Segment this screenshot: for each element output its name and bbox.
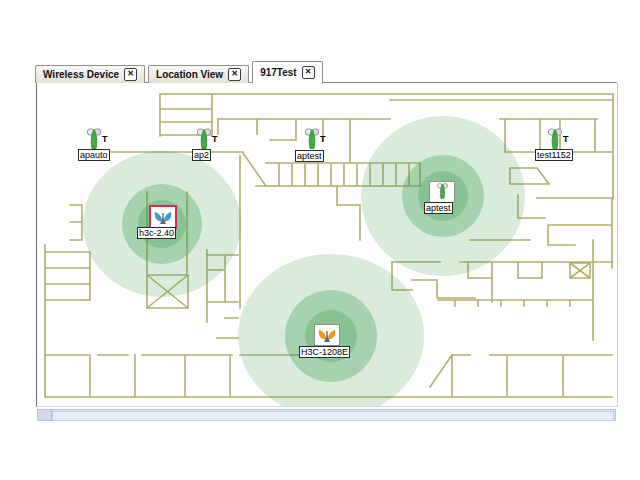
ap-device-h3c-2.40[interactable]: h3c-2.40 <box>149 205 177 229</box>
ap-label: ap2 <box>192 149 211 161</box>
ap-label: test1152 <box>535 149 573 161</box>
close-icon[interactable]: ✕ <box>302 66 315 79</box>
ap-label: H3C-1208E <box>299 346 350 358</box>
ap-box[interactable] <box>314 324 340 346</box>
scrollbar-thumb[interactable] <box>52 411 614 421</box>
tab-strip: Wireless Device✕Location View✕917Test✕ <box>35 62 617 83</box>
tabs: Wireless Device✕Location View✕917Test✕ <box>35 61 326 83</box>
ap-label: h3c-2.40 <box>137 227 176 239</box>
ap-box[interactable] <box>429 181 455 203</box>
ap-antenna-icon <box>436 182 449 202</box>
tab-label: Wireless Device <box>43 69 119 80</box>
horizontal-scrollbar[interactable] <box>37 409 616 421</box>
close-icon[interactable]: ✕ <box>124 68 137 81</box>
tab-label: 917Test <box>260 67 297 78</box>
ap-radio-icon <box>316 326 338 344</box>
ap-device-test1152[interactable]: Ttest1152 <box>547 127 563 153</box>
location-view-canvas[interactable] <box>36 83 618 407</box>
ap-device-aptest[interactable]: aptest <box>429 181 455 203</box>
ap-label: aptest <box>424 202 453 214</box>
ap-device-ap2[interactable]: Tap2 <box>196 127 212 153</box>
close-icon[interactable]: ✕ <box>228 68 241 81</box>
ap-radio-icon <box>152 208 174 226</box>
ap-device-h3c-1208e[interactable]: H3C-1208E <box>314 324 340 346</box>
ap-device-aptest[interactable]: Taptest <box>304 127 320 153</box>
ap-mode-badge: T <box>563 134 569 144</box>
tab-wireless-device[interactable]: Wireless Device✕ <box>35 65 145 83</box>
ap-device-apauto[interactable]: Tapauto <box>86 127 102 153</box>
ap-mode-badge: T <box>320 134 326 144</box>
tab-location-view[interactable]: Location View✕ <box>148 65 249 83</box>
tab-label: Location View <box>156 69 223 80</box>
ap-box[interactable] <box>149 205 177 229</box>
scrollbar-left-cap[interactable] <box>38 410 52 420</box>
ap-label: aptest <box>295 150 324 162</box>
ap-mode-badge: T <box>102 134 108 144</box>
ap-label: apauto <box>78 149 110 161</box>
ap-mode-badge: T <box>212 134 218 144</box>
tab-917test[interactable]: 917Test✕ <box>252 61 323 84</box>
